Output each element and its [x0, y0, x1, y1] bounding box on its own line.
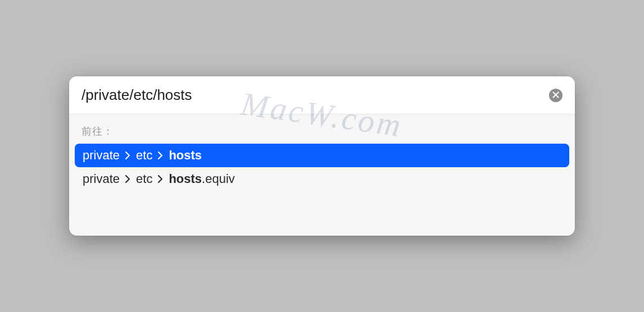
- path-segment: private: [83, 148, 120, 163]
- path-segment-match: hosts: [169, 148, 202, 163]
- chevron-right-icon: [158, 175, 163, 183]
- go-to-folder-dialog: 前往： private etc hosts private etc hosts.…: [69, 76, 575, 236]
- result-item[interactable]: private etc hosts: [75, 144, 569, 167]
- section-label: 前往：: [69, 123, 575, 144]
- path-input[interactable]: [81, 86, 549, 104]
- clear-button[interactable]: [549, 89, 563, 102]
- path-segment: etc: [136, 172, 152, 186]
- chevron-right-icon: [125, 175, 130, 183]
- results-panel: 前往： private etc hosts private etc hosts.…: [69, 114, 575, 236]
- chevron-right-icon: [158, 152, 163, 159]
- path-segment-match: hosts.equiv: [169, 172, 234, 186]
- close-icon: [552, 90, 559, 100]
- search-bar: [69, 76, 575, 114]
- result-list: private etc hosts private etc hosts.equi…: [69, 144, 575, 191]
- chevron-right-icon: [125, 152, 130, 159]
- result-item[interactable]: private etc hosts.equiv: [75, 167, 569, 191]
- path-segment: etc: [136, 148, 152, 163]
- path-segment: private: [83, 172, 120, 186]
